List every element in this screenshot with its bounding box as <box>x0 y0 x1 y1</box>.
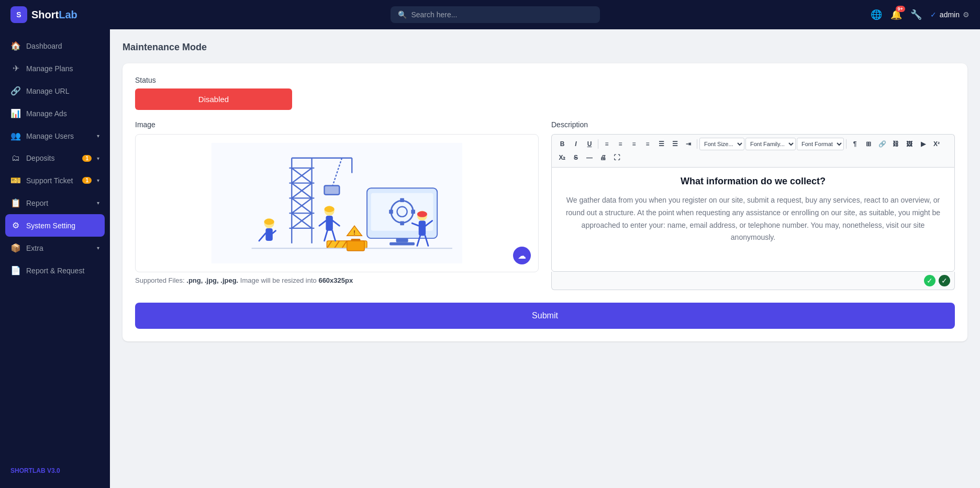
admin-name: admin <box>940 10 960 19</box>
sidebar-item-manage-plans[interactable]: ✈ Manage Plans <box>0 57 110 80</box>
print-button[interactable]: 🖨 <box>597 151 609 164</box>
tools-icon[interactable]: 🔧 <box>910 9 922 20</box>
align-center-button[interactable]: ≡ <box>614 138 627 150</box>
ticket-icon: 🎫 <box>10 175 21 185</box>
svg-rect-58 <box>347 241 365 251</box>
chevron-down-icon: ▾ <box>97 156 99 161</box>
sidebar: 🏠 Dashboard ✈ Manage Plans 🔗 Manage URL … <box>0 29 110 488</box>
align-left-button[interactable]: ≡ <box>600 138 613 150</box>
logo-text: ShortLab <box>31 9 77 21</box>
sidebar-item-label: Extra <box>26 244 92 252</box>
admin-settings-icon[interactable]: ⚙ <box>963 10 970 19</box>
svg-rect-34 <box>389 209 393 214</box>
font-format-select[interactable]: Font Format <box>797 138 844 150</box>
fullscreen-button[interactable]: ⛶ <box>610 151 623 164</box>
search-container: 🔍 <box>391 6 600 23</box>
list-ul-button[interactable]: ☰ <box>655 138 667 150</box>
italic-button[interactable]: I <box>570 138 582 150</box>
underline-button[interactable]: U <box>583 138 596 150</box>
maintenance-illustration: ! <box>144 143 530 263</box>
editor-toolbar: B I U ≡ ≡ ≡ ≡ ☰ ☰ ⇥ Font Size... <box>551 134 955 167</box>
globe-icon[interactable]: 🌐 <box>871 9 882 20</box>
sidebar-item-label: Report <box>26 199 92 207</box>
svg-point-42 <box>264 219 274 225</box>
upload-button[interactable]: ☁ <box>513 247 531 264</box>
report-request-icon: 📄 <box>10 265 21 275</box>
toolbar-separator <box>598 139 598 149</box>
sidebar-item-label: Deposits <box>26 154 77 162</box>
strikethrough-button[interactable]: S <box>570 151 582 164</box>
hr-button[interactable]: — <box>583 151 596 164</box>
font-family-select[interactable]: Font Family... <box>745 138 796 150</box>
image-button[interactable]: 🖼 <box>903 138 916 150</box>
logo: S ShortLab <box>10 6 120 23</box>
svg-rect-37 <box>389 242 415 246</box>
editor-footer-icon-green[interactable]: ✓ <box>924 275 936 286</box>
font-size-select[interactable]: Font Size... <box>699 138 744 150</box>
sidebar-item-label: Manage URL <box>26 87 99 95</box>
sidebar-item-manage-ads[interactable]: 📊 Manage Ads <box>0 102 110 125</box>
justify-button[interactable]: ≡ <box>641 138 654 150</box>
status-button[interactable]: Disabled <box>135 88 292 110</box>
setting-icon: ⚙ <box>10 220 21 230</box>
sidebar-item-support-ticket[interactable]: 🎫 Support Ticket 1 ▾ <box>0 169 110 192</box>
chevron-down-icon: ▾ <box>97 200 99 206</box>
svg-rect-19 <box>325 185 340 194</box>
chevron-down-icon: ▾ <box>97 178 99 183</box>
sidebar-item-extra[interactable]: 📦 Extra ▾ <box>0 237 110 259</box>
header: S ShortLab 🔍 🌐 🔔 9+ 🔧 ✓ admin ⚙ <box>0 0 980 29</box>
sidebar-item-label: Manage Users <box>26 132 92 140</box>
chevron-down-icon: ▾ <box>97 245 99 251</box>
sidebar-item-manage-url[interactable]: 🔗 Manage URL <box>0 80 110 102</box>
paragraph-button[interactable]: ¶ <box>849 138 861 150</box>
sidebar-item-system-setting[interactable]: ⚙ System Setting <box>5 214 105 237</box>
unlink-button[interactable]: ⛓ <box>889 138 902 150</box>
indent-button[interactable]: ⇥ <box>682 138 695 150</box>
subscript-button[interactable]: X₂ <box>556 151 569 164</box>
search-wrapper: 🔍 <box>391 6 600 23</box>
sidebar-item-label: System Setting <box>26 221 99 230</box>
sidebar-item-manage-users[interactable]: 👥 Manage Users ▾ <box>0 125 110 147</box>
editor-footer: ✓ ✓ <box>551 272 955 290</box>
content-area: Maintenance Mode Status Disabled Image <box>110 29 980 488</box>
sidebar-item-dashboard[interactable]: 🏠 Dashboard <box>0 35 110 57</box>
align-right-button[interactable]: ≡ <box>628 138 640 150</box>
submit-button[interactable]: Submit <box>135 303 955 329</box>
table-button[interactable]: ⊞ <box>862 138 875 150</box>
sidebar-item-label: Report & Request <box>26 267 99 275</box>
status-label: Status <box>135 76 955 84</box>
svg-rect-44 <box>326 216 332 231</box>
sidebar-item-report[interactable]: 📋 Report ▾ <box>0 192 110 214</box>
editor-heading: What information do we collect? <box>560 176 946 187</box>
svg-point-56 <box>417 211 427 217</box>
sidebar-item-label: Manage Plans <box>26 64 99 73</box>
svg-text:!: ! <box>353 229 355 236</box>
editor-footer-icon-dark[interactable]: ✓ <box>939 275 950 286</box>
admin-info: ✓ admin ⚙ <box>930 10 970 19</box>
sidebar-item-deposits[interactable]: 🗂 Deposits 1 ▾ <box>0 147 110 169</box>
logo-icon: S <box>10 6 27 23</box>
search-icon: 🔍 <box>398 10 407 19</box>
search-input[interactable] <box>411 10 593 19</box>
dashboard-icon: 🏠 <box>10 41 21 51</box>
link-button[interactable]: 🔗 <box>876 138 888 150</box>
list-ol-button[interactable]: ☰ <box>669 138 681 150</box>
svg-rect-35 <box>411 209 415 214</box>
editor-paragraph: We gather data from you when you registe… <box>560 194 946 244</box>
notification-bell[interactable]: 🔔 9+ <box>890 9 902 20</box>
deposits-icon: 🗂 <box>10 153 21 163</box>
image-upload-area[interactable]: ! <box>135 134 539 272</box>
superscript-button[interactable]: X² <box>930 138 943 150</box>
sidebar-item-report-request[interactable]: 📄 Report & Request <box>0 259 110 282</box>
image-label: Image <box>135 120 539 129</box>
bold-button[interactable]: B <box>556 138 569 150</box>
sidebar-item-label: Support Ticket <box>26 176 77 185</box>
sidebar-item-label: Dashboard <box>26 42 99 50</box>
extra-icon: 📦 <box>10 243 21 253</box>
sidebar-footer: SHORTLAB V3.0 <box>0 459 110 483</box>
editor-body[interactable]: What information do we collect? We gathe… <box>551 167 955 272</box>
admin-check-icon: ✓ <box>930 10 937 19</box>
svg-rect-36 <box>396 238 408 242</box>
main-layout: 🏠 Dashboard ✈ Manage Plans 🔗 Manage URL … <box>0 29 980 488</box>
video-button[interactable]: ▶ <box>917 138 929 150</box>
